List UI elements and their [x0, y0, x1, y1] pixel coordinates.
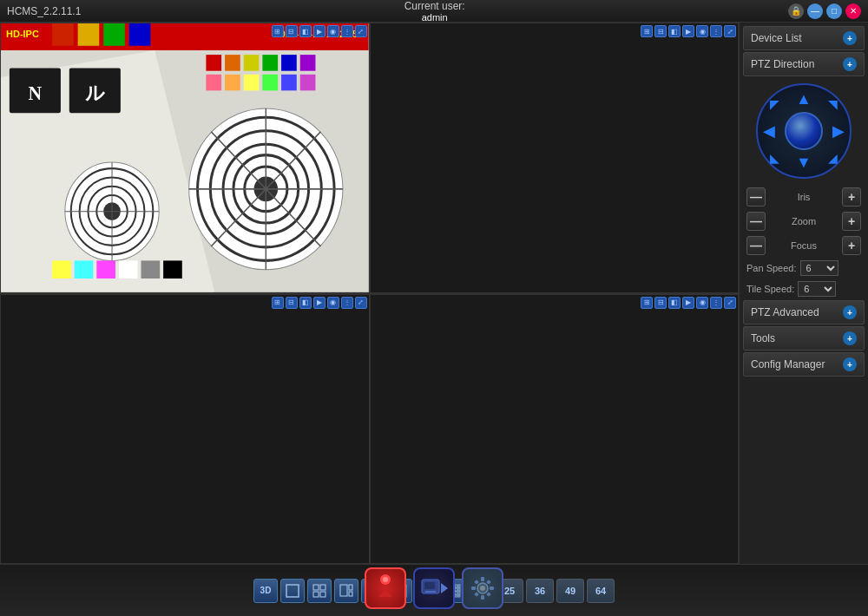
- vid3-btn-d[interactable]: ▶: [313, 297, 326, 309]
- svg-rect-42: [300, 75, 316, 91]
- focus-minus-button[interactable]: —: [746, 236, 766, 255]
- vid3-btn-a[interactable]: ⊞: [272, 297, 284, 309]
- camera-feed-1: N ル: [1, 23, 369, 292]
- vid3-btn-e[interactable]: ◉: [327, 297, 339, 309]
- vid4-btn-c[interactable]: ◧: [668, 297, 681, 309]
- config-app-icon[interactable]: [462, 567, 503, 609]
- tile-speed-label: Tile Speed:: [746, 284, 794, 294]
- svg-rect-40: [262, 75, 278, 91]
- vid-btn-d[interactable]: ▶: [313, 25, 326, 37]
- device-list-button[interactable]: Device List +: [743, 26, 865, 50]
- focus-plus-button[interactable]: +: [842, 236, 861, 255]
- view-64-button[interactable]: 64: [587, 579, 615, 603]
- svg-rect-51: [320, 585, 326, 590]
- view-1-button[interactable]: [280, 579, 305, 603]
- ptz-up-arrow[interactable]: ▲: [796, 90, 812, 108]
- view-49-button[interactable]: 49: [556, 579, 584, 603]
- vid2-btn-a[interactable]: ⊞: [641, 25, 653, 37]
- pan-speed-select[interactable]: 6 1234578: [800, 260, 838, 276]
- ptz-advanced-icon: +: [843, 305, 857, 319]
- svg-rect-110: [424, 582, 435, 589]
- config-manager-button[interactable]: Config Manager +: [743, 352, 865, 377]
- vid3-btn-f[interactable]: ⋮: [341, 297, 353, 309]
- tile-speed-select[interactable]: 6 1234578: [798, 281, 836, 297]
- ptz-downright-arrow[interactable]: ◢: [828, 151, 838, 165]
- svg-rect-52: [313, 592, 319, 597]
- zoom-minus-button[interactable]: —: [746, 212, 766, 231]
- vid-btn-e[interactable]: ◉: [327, 25, 339, 37]
- ptz-advanced-button[interactable]: PTZ Advanced +: [743, 300, 865, 324]
- vid-btn-b[interactable]: ⊟: [286, 25, 298, 37]
- tools-icon: +: [843, 331, 857, 345]
- svg-point-106: [383, 577, 388, 582]
- view-36-button[interactable]: 36: [526, 579, 554, 603]
- video-toolbar-right-4: ⊞ ⊟ ◧ ▶ ◉ ⋮ ⤢: [641, 297, 736, 309]
- svg-rect-39: [244, 75, 260, 91]
- title-bar: HCMS_2.2.11.1 Current user: admin 🔒 — □ …: [0, 0, 868, 23]
- vid2-btn-d[interactable]: ▶: [682, 25, 694, 37]
- tools-button[interactable]: Tools +: [743, 326, 865, 351]
- video-app-icon[interactable]: [413, 567, 455, 609]
- ptz-upright-arrow[interactable]: ◥: [828, 97, 838, 111]
- view-3d-button[interactable]: 3D: [253, 579, 278, 603]
- svg-rect-48: [163, 260, 182, 279]
- view-4-icon: [312, 584, 326, 598]
- vid2-btn-e[interactable]: ◉: [696, 25, 708, 37]
- svg-rect-33: [244, 55, 260, 71]
- ptz-downleft-arrow[interactable]: ◣: [770, 151, 779, 165]
- zoom-plus-button[interactable]: +: [842, 212, 861, 231]
- alarm-app-icon[interactable]: [365, 567, 406, 609]
- svg-rect-44: [75, 260, 94, 279]
- close-button[interactable]: ✕: [845, 3, 861, 19]
- ptz-joystick[interactable]: ▲ ▼ ◀ ▶ ◤ ◥ ◣ ◢: [756, 83, 852, 179]
- joystick-center[interactable]: [785, 112, 823, 150]
- vid2-btn-b[interactable]: ⊟: [654, 25, 667, 37]
- ptz-left-arrow[interactable]: ◀: [763, 121, 775, 141]
- device-list-label: Device List: [751, 32, 802, 44]
- vid4-btn-b[interactable]: ⊟: [654, 297, 667, 309]
- video-cell-3[interactable]: ⊞ ⊟ ◧ ▶ ◉ ⋮ ⤢: [0, 294, 370, 565]
- vid3-btn-c[interactable]: ◧: [299, 297, 312, 309]
- video-cell-1[interactable]: ≡ ⊞ ⊟ ◧ ▶ ◉ ⋮ ⤢: [0, 23, 370, 293]
- vid-btn-f[interactable]: ⋮: [341, 25, 353, 37]
- view-4-button[interactable]: [307, 579, 332, 603]
- svg-rect-56: [349, 592, 352, 596]
- video-cell-2[interactable]: ⊞ ⊟ ◧ ▶ ◉ ⋮ ⤢: [370, 23, 740, 293]
- vid-btn-c[interactable]: ◧: [299, 25, 312, 37]
- iris-plus-button[interactable]: +: [842, 187, 861, 206]
- zoom-control-row: — Zoom +: [743, 210, 865, 233]
- vid2-btn-c[interactable]: ◧: [668, 25, 681, 37]
- joystick-outer: ▲ ▼ ◀ ▶ ◤ ◥ ◣ ◢: [756, 83, 852, 179]
- svg-rect-114: [481, 595, 484, 600]
- minimize-button[interactable]: —: [807, 3, 823, 19]
- ptz-right-arrow[interactable]: ▶: [832, 121, 845, 141]
- video-grid-bottom: ⊞ ⊟ ◧ ▶ ◉ ⋮ ⤢ ⊞ ⊟ ◧: [0, 294, 739, 565]
- vid3-btn-b[interactable]: ⊟: [286, 297, 298, 309]
- vid2-btn-fullscreen[interactable]: ⤢: [724, 25, 736, 37]
- vid4-btn-fullscreen[interactable]: ⤢: [724, 297, 736, 309]
- view-6-button[interactable]: [334, 579, 358, 603]
- video-cell-4[interactable]: ⊞ ⊟ ◧ ▶ ◉ ⋮ ⤢: [370, 294, 740, 565]
- video-toolbar-right-1: ⊞ ⊟ ◧ ▶ ◉ ⋮ ⤢: [272, 25, 367, 37]
- vid-btn-a[interactable]: ⊞: [272, 25, 284, 37]
- vid2-btn-f[interactable]: ⋮: [710, 25, 722, 37]
- ptz-upleft-arrow[interactable]: ◤: [770, 97, 779, 111]
- vid4-btn-d[interactable]: ▶: [682, 297, 694, 309]
- lock-button[interactable]: 🔒: [788, 3, 804, 19]
- vid4-btn-e[interactable]: ◉: [696, 297, 708, 309]
- iris-minus-button[interactable]: —: [746, 187, 766, 206]
- maximize-button[interactable]: □: [826, 3, 842, 19]
- svg-rect-38: [225, 75, 240, 91]
- vid4-btn-a[interactable]: ⊞: [641, 297, 653, 309]
- vid3-btn-fullscreen[interactable]: ⤢: [355, 297, 367, 309]
- vid4-btn-f[interactable]: ⋮: [710, 297, 722, 309]
- svg-rect-116: [490, 587, 494, 590]
- svg-rect-34: [262, 55, 278, 71]
- svg-rect-49: [286, 585, 299, 597]
- alarm-svg: [370, 573, 401, 604]
- svg-rect-5: [103, 23, 125, 46]
- svg-rect-113: [481, 577, 484, 581]
- ptz-direction-button[interactable]: PTZ Direction +: [743, 52, 865, 76]
- vid-btn-fullscreen[interactable]: ⤢: [355, 25, 367, 37]
- ptz-down-arrow[interactable]: ▼: [796, 154, 812, 172]
